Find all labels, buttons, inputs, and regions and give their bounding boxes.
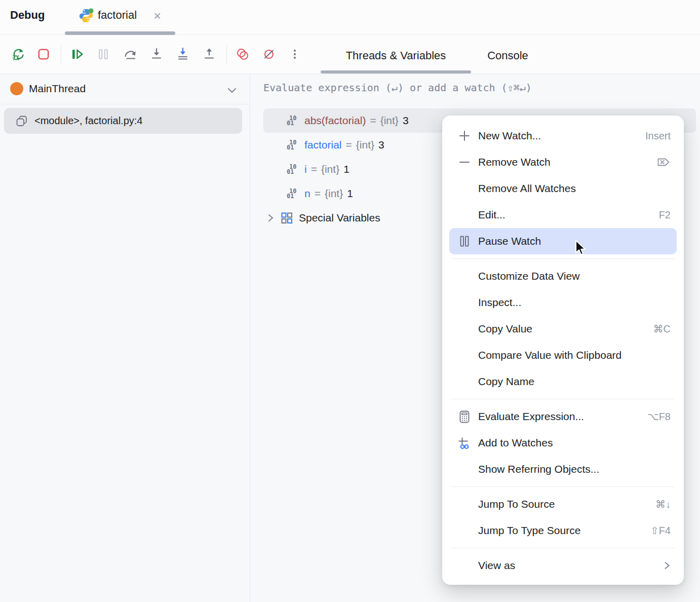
pause-button[interactable] [96,47,111,62]
menu-item-label: Inspect... [478,296,521,309]
mouse-cursor [573,240,588,258]
mute-breakpoints-button[interactable] [261,47,277,62]
icon-placeholder [457,348,472,362]
menu-item-label: Copy Value [478,323,532,335]
icon-placeholder [457,374,472,389]
equals-sign: = [315,187,321,200]
menu-item-compare-value-with-clipboard[interactable]: Compare Value with Clipboard [442,342,684,368]
menu-item-shortcut: ⌥F8 [647,410,671,423]
menu-item-label: Jump To Type Source [478,524,580,537]
step-over-button[interactable] [123,47,138,62]
tab-threads-variables[interactable]: Threads & Variables [321,42,471,70]
menu-item-label: Copy Name [478,375,534,388]
stack-frame-row[interactable]: <module>, factorial.py:4 [4,108,242,134]
watch-hint-text[interactable]: Evaluate expression (↵) or add a watch (… [263,82,532,94]
step-out-button[interactable] [202,47,217,62]
step-over-icon [123,47,138,62]
active-view-tab-indicator [321,70,471,73]
menu-item-jump-to-source[interactable]: Jump To Source ⌘↓ [442,491,684,517]
pause-icon [96,47,111,62]
menu-item-label: Remove All Watches [478,182,576,195]
icon-placeholder [457,462,472,476]
menu-item-view-as[interactable]: View as [442,552,684,579]
menu-item-label: Pause Watch [478,235,541,247]
stack-frame-icon [15,115,28,128]
stack-frame-label: <module>, factorial.py:4 [34,115,142,127]
view-breakpoints-button[interactable] [235,47,250,62]
special-variables-icon [280,211,293,224]
value-type: {int} [356,139,374,151]
menu-item-remove-watch[interactable]: Remove Watch [442,149,684,175]
menu-item-label: Customize Data View [478,270,579,282]
menu-item-label: Edit... [478,209,505,221]
step-into-my-code-button[interactable] [175,47,190,62]
menu-item-label: Compare Value with Clipboard [478,349,621,361]
menu-item-label: Add to Watches [478,437,553,449]
menu-item-new-watch[interactable]: New Watch... Insert [442,123,684,149]
menu-item-jump-to-type-source[interactable]: Jump To Type Source ⇧F4 [442,517,684,544]
kebab-menu-icon [287,47,302,62]
menu-item-shortcut: ⌘C [653,323,671,335]
stop-button[interactable] [36,47,51,62]
primitive-value-icon: 1001 [287,116,300,126]
menu-item-evaluate-expression[interactable]: Evaluate Expression... ⌥F8 [442,403,684,430]
menu-item-label: Remove Watch [478,156,551,168]
menu-item-label: Jump To Source [478,498,555,510]
thread-status-icon [10,82,23,95]
value-type: {int} [380,115,399,127]
more-options-button[interactable] [287,47,302,62]
icon-placeholder [457,181,472,196]
close-tab-icon[interactable]: × [153,7,161,25]
value: 3 [403,115,409,127]
stop-icon [36,47,51,62]
pause-watch-icon [457,234,472,248]
step-out-icon [202,47,217,62]
menu-item-label: New Watch... [478,130,541,142]
value-type: {int} [325,187,343,200]
menu-item-label: View as [478,559,515,572]
tab-console[interactable]: Console [471,42,545,70]
step-into-button[interactable] [149,47,164,62]
menu-item-shortcut: F2 [659,209,671,221]
menu-item-shortcut: ⌘↓ [655,498,671,510]
icon-placeholder [457,322,472,336]
step-into-icon [149,47,164,62]
menu-item-show-referring-objects[interactable]: Show Referring Objects... [442,456,684,482]
primitive-value-icon: 1001 [287,140,300,150]
menu-item-pause-watch[interactable]: Pause Watch [449,228,677,254]
tool-window-title: Debug [10,9,45,22]
icon-placeholder [457,497,472,511]
chevron-right-icon[interactable] [267,213,274,223]
menu-item-copy-name[interactable]: Copy Name [442,368,684,395]
menu-separator [451,486,675,487]
value-type: {int} [321,163,339,175]
menu-item-edit[interactable]: Edit... F2 [442,202,684,228]
value: 1 [343,163,349,175]
menu-item-add-to-watches[interactable]: Add to Watches [442,430,684,456]
variable-name: factorial [304,139,342,151]
mute-breakpoints-icon [261,47,277,62]
resume-button[interactable] [69,47,85,62]
menu-item-copy-value[interactable]: Copy Value ⌘C [442,316,684,342]
menu-separator [451,258,675,259]
icon-placeholder [457,208,472,222]
menu-item-remove-all-watches[interactable]: Remove All Watches [442,175,684,202]
menu-item-label: Show Referring Objects... [478,463,599,475]
toolbar-separator [226,45,227,64]
plus-icon [457,129,472,143]
equals-sign: = [370,115,376,127]
icon-placeholder [457,295,472,310]
equals-sign: = [346,139,352,151]
toolbar-separator [61,45,61,64]
minus-icon [457,155,472,169]
primitive-value-icon: 1001 [287,189,300,199]
debug-tab-factorial[interactable]: factorial [98,9,137,22]
chevron-down-icon[interactable] [227,86,237,95]
rerun-debug-button[interactable] [11,47,26,62]
icon-placeholder [457,523,472,538]
menu-item-customize-data-view[interactable]: Customize Data View [442,263,684,289]
python-icon [78,8,94,24]
menu-separator [451,399,675,399]
special-variables-label: Special Variables [299,212,380,224]
menu-item-inspect[interactable]: Inspect... [442,289,684,316]
